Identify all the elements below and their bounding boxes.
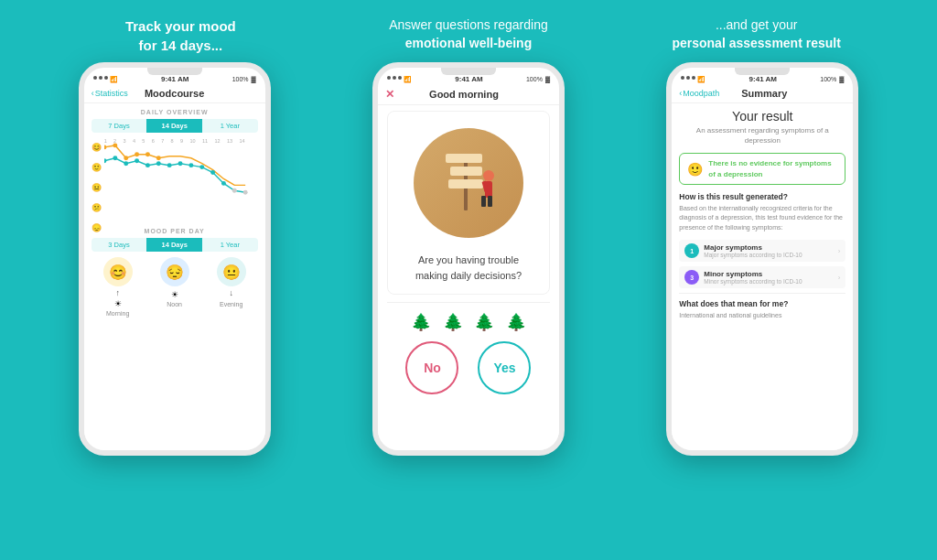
battery-2: 100%: [526, 76, 543, 82]
dot2-2: [393, 76, 396, 80]
mood-evening: 😐 ↓ Evening: [205, 257, 258, 317]
result-badge: 🙂 There is no evidence for symptoms of a…: [679, 153, 845, 184]
tree-icon-1: 🌲: [411, 312, 431, 332]
smiley-icon: 🙂: [687, 162, 703, 177]
summary-content: Your result An assessment regarding symp…: [672, 103, 853, 450]
battery-1: 100%: [232, 76, 249, 82]
nav-title-summary: Summary: [719, 88, 809, 99]
minor-symptoms-name: Minor symptoms: [704, 270, 833, 278]
major-symptoms-row[interactable]: 1 Major symptoms Major symptoms accordin…: [679, 240, 845, 262]
battery-icon-3: ▓: [839, 76, 844, 82]
wifi-icon-2: 📶: [404, 76, 412, 83]
svg-point-5: [156, 156, 160, 160]
result-title: Your result: [679, 109, 845, 124]
question-screen: Are you having trouble making daily deci…: [378, 105, 559, 450]
day-tabs-mood[interactable]: 3 Days 14 Days 1 Year: [92, 238, 258, 252]
dot3-2: [398, 76, 402, 80]
what-title: What does that mean for me?: [679, 299, 845, 308]
svg-point-17: [221, 181, 226, 186]
svg-point-18: [232, 188, 236, 193]
illustration-circle: [414, 128, 523, 238]
svg-point-10: [145, 163, 150, 167]
tab-3days[interactable]: 3 Days: [92, 238, 147, 252]
tab-1year[interactable]: 1 Year: [202, 119, 258, 133]
major-symptoms-desc: Major symptoms according to ICD-10: [704, 252, 833, 258]
svg-rect-21: [446, 154, 482, 163]
battery-area-1: 100% ▓: [232, 76, 256, 82]
answer-yes-button[interactable]: Yes: [478, 341, 531, 394]
chevron-left-icon: ‹: [92, 89, 94, 98]
nav-back-moodpath[interactable]: ‹ Moodpath: [679, 89, 719, 98]
svg-point-15: [199, 165, 204, 169]
mood-morning: 😊 ↑ ☀ Morning: [92, 257, 145, 317]
nav-goodmorning: ✕ Good morning: [378, 85, 559, 105]
minor-symptoms-info: Minor symptoms Minor symptoms according …: [704, 270, 833, 285]
label-noon: Noon: [167, 301, 182, 307]
answer-no-button[interactable]: No: [405, 341, 458, 394]
icon-neutral: 😐: [92, 183, 102, 192]
icon-very-sad: 😞: [92, 223, 102, 232]
tab-14days-2[interactable]: 14 Days: [146, 238, 202, 252]
svg-point-13: [178, 161, 182, 166]
tree-icons: 🌲 🌲 🌲 🌲: [378, 312, 559, 332]
tagline-3: ...and get your personal assessment resu…: [629, 16, 885, 52]
sun-noon: ☀: [171, 290, 178, 299]
battery-3: 100%: [820, 76, 836, 82]
svg-point-12: [167, 163, 171, 167]
tagline-1: Track your mood for 14 days...: [52, 16, 308, 55]
svg-point-3: [135, 152, 139, 156]
close-button[interactable]: ✕: [385, 88, 394, 101]
dot2-3: [686, 76, 690, 80]
status-bar-3: 📶 9:41 AM 100% ▓: [672, 68, 853, 85]
dot2: [99, 76, 102, 80]
question-divider: [387, 302, 550, 303]
what-body: International and national guidelines: [679, 311, 845, 321]
dot1-3: [681, 76, 684, 80]
svg-point-7: [113, 156, 117, 160]
chevron-right-icon-minor: ›: [838, 274, 841, 282]
svg-rect-27: [488, 196, 492, 207]
tagline-2: Answer questions regarding emotional wel…: [340, 16, 597, 52]
svg-rect-22: [450, 167, 482, 176]
battery-area-2: 100% ▓: [526, 76, 550, 82]
svg-point-11: [156, 161, 160, 166]
svg-point-24: [483, 170, 494, 181]
minor-symptoms-desc: Minor symptoms according to ICD-10: [704, 278, 833, 285]
tagline-1-text: Track your mood for 14 days...: [52, 16, 308, 55]
svg-rect-26: [481, 196, 486, 207]
tab-14days[interactable]: 14 Days: [146, 119, 202, 133]
tab-7days[interactable]: 7 Days: [92, 119, 147, 133]
minor-symptoms-row[interactable]: 3 Minor symptoms Minor symptoms accordin…: [679, 266, 845, 288]
dot1-2: [387, 76, 391, 80]
icon-sad: 😕: [92, 203, 102, 212]
moodcourse-content: DAILY OVERVIEW 7 Days 14 Days 1 Year 😊 🙂…: [84, 103, 265, 450]
dot1: [93, 76, 97, 80]
tree-icon-2: 🌲: [443, 312, 463, 332]
icon-smile: 🙂: [92, 163, 102, 172]
how-body: Based on the internationally recognized …: [679, 204, 845, 233]
nav-back-statistics[interactable]: ‹ Statistics: [92, 89, 128, 98]
illustration-svg: [414, 128, 523, 238]
svg-point-0: [104, 145, 106, 149]
answer-row: No Yes: [378, 341, 559, 394]
battery-icon-2: ▓: [545, 76, 550, 82]
chart-svg: [104, 138, 258, 210]
svg-point-14: [188, 163, 193, 167]
result-subtitle: An assessment regarding symptoms of a de…: [679, 125, 845, 145]
svg-point-2: [124, 156, 128, 160]
arrow-evening: ↓: [229, 288, 233, 297]
svg-point-6: [104, 158, 106, 163]
nav-summary: ‹ Moodpath Summary: [672, 85, 853, 103]
what-section: What does that mean for me? Internationa…: [679, 293, 845, 321]
mood-grid: 😊 ↑ ☀ Morning 😔 ☀ Noon 😐 ↓ Evening: [92, 257, 258, 317]
day-tabs-overview[interactable]: 7 Days 14 Days 1 Year: [92, 119, 258, 133]
dot3-3: [692, 76, 695, 80]
mood-face-noon: 😔: [160, 257, 189, 286]
question-card: Are you having trouble making daily deci…: [387, 111, 550, 295]
time-2: 9:41 AM: [455, 75, 482, 83]
major-symptoms-info: Major symptoms Major symptoms according …: [704, 243, 833, 258]
badge-text: There is no evidence for symptoms of a d…: [708, 158, 837, 178]
tab-1year-2[interactable]: 1 Year: [202, 238, 258, 252]
arrow-morning: ↑: [115, 288, 120, 297]
wifi-icon-3: 📶: [697, 76, 705, 83]
